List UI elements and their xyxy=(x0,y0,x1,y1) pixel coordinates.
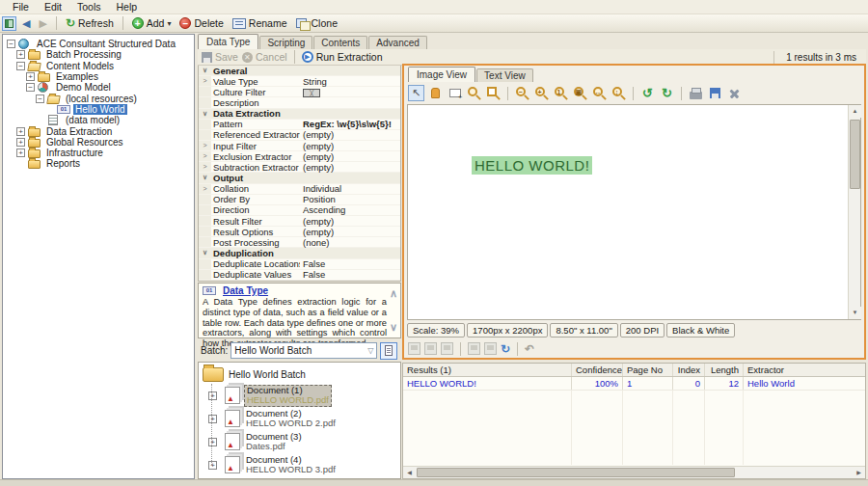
reload-image-icon[interactable]: ↻ xyxy=(501,342,510,356)
document-label-selected[interactable]: Document (1) HELLO WORLD.pdf xyxy=(244,385,332,407)
document-item-4[interactable]: + Document (4) HELLO WORLD 3.pdf xyxy=(208,454,396,475)
pan-tool-icon[interactable] xyxy=(427,85,444,101)
tree-item-local-resources[interactable]: − (local resources) xyxy=(5,93,192,103)
tree-item-content-models[interactable]: − Content Models xyxy=(5,61,192,71)
column-header-index[interactable]: Index xyxy=(673,364,705,376)
scroll-up-icon[interactable]: ▲ xyxy=(849,105,861,118)
tab-advanced[interactable]: Advanced xyxy=(368,36,426,49)
forward-button[interactable]: ▶ xyxy=(36,17,49,30)
menu-help[interactable]: Help xyxy=(110,0,145,14)
tree-item-demo-model[interactable]: − Demo Model xyxy=(5,82,192,93)
batch-root-item[interactable]: Hello World Batch xyxy=(203,365,396,383)
rename-button[interactable]: Rename xyxy=(230,16,290,30)
zoom-in-icon[interactable]: + xyxy=(533,85,550,101)
column-header-page-no[interactable]: Page No xyxy=(623,364,673,376)
property-value[interactable]: False xyxy=(300,269,400,280)
property-value[interactable]: Individual xyxy=(300,183,400,194)
split-view-icon[interactable] xyxy=(424,342,437,355)
property-row-referenced-extractors[interactable]: Referenced Extractors(empty) xyxy=(199,130,400,141)
batch-combobox[interactable]: Hello World Batch ▽ xyxy=(231,342,377,359)
property-row-subtraction-extractor[interactable]: >Subtraction Extractor(empty) xyxy=(199,162,400,173)
property-value[interactable]: (empty) xyxy=(300,151,400,162)
save-button[interactable]: Save xyxy=(202,51,238,63)
cancel-button[interactable]: ✕ Cancel xyxy=(242,51,287,63)
print-icon[interactable] xyxy=(688,85,704,101)
scroll-down-icon[interactable]: ▼ xyxy=(849,307,861,319)
tree-item-data-extraction[interactable]: + Data Extraction xyxy=(5,125,192,136)
collapse-icon[interactable]: − xyxy=(7,40,15,48)
collapse-icon[interactable]: ∨ xyxy=(199,248,211,257)
scroll-right-icon[interactable]: ▶ xyxy=(853,467,865,478)
tree-item-global-resources[interactable]: + Global Resources xyxy=(5,137,192,148)
fit-height-icon[interactable]: ↕ xyxy=(610,85,627,101)
culture-filter-icon[interactable]: ╳ xyxy=(303,89,320,97)
batch-filter-icon[interactable]: ▽ xyxy=(367,346,373,355)
tab-image-view[interactable]: Image View xyxy=(408,67,475,82)
scroll-up-icon[interactable]: ∧ xyxy=(390,287,397,300)
property-row-result-filter[interactable]: Result Filter(empty) xyxy=(199,216,400,227)
document-label[interactable]: Document (3) Dates.pdf xyxy=(244,432,304,452)
actual-size-icon[interactable]: 1 xyxy=(553,85,569,101)
inspect-icon[interactable] xyxy=(441,342,453,355)
help-title-link[interactable]: Data Type xyxy=(223,285,268,296)
property-value[interactable]: Position xyxy=(300,194,400,204)
property-value[interactable]: RegEx: \w{5}\s\w{5}! xyxy=(300,119,400,129)
tab-contents[interactable]: Contents xyxy=(313,36,367,49)
expand-icon[interactable]: + xyxy=(16,50,25,59)
property-category-data-extraction[interactable]: ∨Data Extraction xyxy=(199,109,400,120)
expand-icon[interactable]: + xyxy=(208,461,217,470)
expand-icon[interactable]: + xyxy=(16,138,25,147)
scroll-down-icon[interactable]: ∨ xyxy=(390,321,397,334)
expand-icon[interactable]: > xyxy=(199,141,211,150)
tree-item-data-model[interactable]: (data model) xyxy=(5,115,192,125)
property-value[interactable]: String xyxy=(300,76,400,87)
collapse-icon[interactable]: ∨ xyxy=(199,173,211,182)
image-tools-icon[interactable] xyxy=(726,85,743,101)
fit-width-icon[interactable]: ↔ xyxy=(591,85,608,101)
column-header-results[interactable]: Results (1) xyxy=(403,364,572,376)
property-row-result-options[interactable]: Result Options(empty) xyxy=(199,227,400,237)
clone-button[interactable]: Clone xyxy=(293,16,340,30)
property-value[interactable]: False xyxy=(300,258,400,269)
tab-scripting[interactable]: Scripting xyxy=(259,36,312,49)
undo-icon[interactable]: ↶ xyxy=(525,342,534,356)
property-row-post-processing[interactable]: Post Processing(none) xyxy=(199,237,400,248)
expand-icon[interactable]: + xyxy=(16,127,25,136)
tree-item-batch-processing[interactable]: + Batch Processing xyxy=(5,49,192,60)
property-value[interactable]: ╳ xyxy=(300,87,400,97)
menu-edit[interactable]: Edit xyxy=(38,0,68,14)
horizontal-scrollbar[interactable]: ◀ ▶ xyxy=(403,466,865,478)
expand-icon[interactable]: > xyxy=(199,184,211,194)
property-row-direction[interactable]: DirectionAscending xyxy=(199,205,400,216)
tree-item-examples[interactable]: + Examples xyxy=(5,71,192,82)
expand-icon[interactable]: + xyxy=(26,72,35,81)
run-extraction-button[interactable]: ▶ Run Extraction xyxy=(302,51,383,63)
property-row-collation[interactable]: >CollationIndividual xyxy=(199,184,400,195)
property-row-deduplicate-values[interactable]: Deduplicate ValuesFalse xyxy=(199,270,400,281)
refresh-button[interactable]: ↻ Refresh xyxy=(63,16,117,30)
scrollbar-thumb[interactable] xyxy=(417,468,735,477)
histogram-icon[interactable] xyxy=(468,342,480,355)
collapse-icon[interactable]: − xyxy=(16,62,25,70)
batch-info-button[interactable] xyxy=(380,342,397,360)
property-value[interactable]: (empty) xyxy=(300,216,400,227)
property-row-description[interactable]: Description xyxy=(199,97,400,108)
tree-item-root[interactable]: − ACE Consultant Structured Data xyxy=(5,39,192,49)
best-fit-icon[interactable]: ▣ xyxy=(572,85,588,101)
collapse-icon[interactable]: ∨ xyxy=(199,109,211,119)
tree-item-infrastructure[interactable]: + Infrastructure xyxy=(5,148,192,158)
property-row-input-filter[interactable]: >Input Filter(empty) xyxy=(199,141,400,151)
tab-text-view[interactable]: Text View xyxy=(476,68,533,82)
column-header-extractor[interactable]: Extractor xyxy=(744,364,865,376)
property-value[interactable]: (empty) xyxy=(300,141,400,151)
tab-data-type[interactable]: Data Type xyxy=(198,34,258,49)
property-row-exclusion-extractor[interactable]: >Exclusion Extractor(empty) xyxy=(199,151,400,162)
tree-item-hello-world[interactable]: Hello World xyxy=(5,104,192,115)
rotate-left-icon[interactable]: ↺ xyxy=(639,85,656,101)
property-value[interactable]: (empty) xyxy=(300,129,400,140)
property-value[interactable]: (none) xyxy=(300,237,400,248)
collapse-icon[interactable]: − xyxy=(26,83,35,92)
property-row-pattern[interactable]: PatternRegEx: \w{5}\s\w{5}! xyxy=(199,120,400,130)
scrollbar-thumb[interactable] xyxy=(850,120,860,189)
property-value[interactable]: (empty) xyxy=(300,227,400,237)
